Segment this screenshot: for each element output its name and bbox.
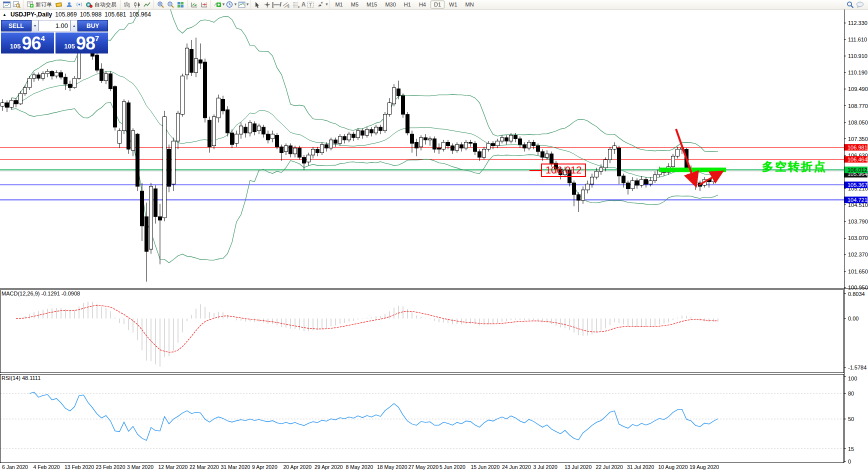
- new-chart-icon[interactable]: [2, 0, 11, 8]
- candlestick-icon[interactable]: [132, 0, 142, 8]
- timeframe-h4[interactable]: H4: [416, 0, 430, 8]
- fibonacci-icon[interactable]: F: [292, 0, 301, 8]
- callout-dash: [530, 170, 541, 171]
- periods-icon[interactable]: [225, 0, 234, 8]
- svg-text:105.367: 105.367: [848, 182, 868, 188]
- crosshair-icon[interactable]: [262, 0, 272, 8]
- macd-indicator-label: MACD(12,26,9) -0.1291 -0.0908: [2, 290, 80, 296]
- one-click-collapse-icon[interactable]: ▲: [2, 12, 6, 17]
- turning-point-label[interactable]: 多空转折点: [762, 159, 827, 174]
- price-callout-label[interactable]: 106.012: [541, 164, 586, 177]
- svg-text:F: F: [298, 6, 300, 8]
- autotrading-label[interactable]: 自动交易: [94, 1, 116, 8]
- svg-text:24 Jun 2020: 24 Jun 2020: [502, 464, 531, 470]
- svg-text:102.370: 102.370: [848, 252, 868, 258]
- new-order-label[interactable]: 新订单: [36, 1, 52, 8]
- volume-increase-button[interactable]: ▲: [70, 20, 78, 32]
- svg-text:31 Mar 2020: 31 Mar 2020: [221, 464, 250, 470]
- chat-icon[interactable]: [856, 0, 864, 8]
- main-toolbar: 新订单 自动交易 ▾ ▾ ▾ | — / E F A T ▾: [0, 0, 868, 10]
- timeframe-m5[interactable]: M5: [348, 0, 362, 8]
- timeframe-group: M1M5M15M30H1H4D1W1MN: [329, 0, 479, 9]
- volume-input[interactable]: [38, 20, 70, 32]
- buy-price-big: 98: [76, 34, 95, 53]
- rsi-indicator-label: RSI(14) 48.1111: [2, 375, 40, 381]
- sell-price-box[interactable]: 105 96 4: [1, 32, 54, 54]
- svg-text:103.790: 103.790: [848, 218, 868, 224]
- timeframe-w1[interactable]: W1: [446, 0, 461, 8]
- chart-shift-icon[interactable]: [200, 0, 208, 8]
- svg-text:9 Apr 2020: 9 Apr 2020: [252, 464, 278, 470]
- timeframe-mn[interactable]: MN: [462, 0, 478, 8]
- svg-text:-1.5784: -1.5784: [848, 364, 866, 370]
- svg-text:106.981: 106.981: [848, 144, 868, 150]
- buy-price-prefix: 105: [64, 42, 75, 50]
- turning-point-highlight[interactable]: [659, 168, 726, 172]
- timeframe-d1[interactable]: D1: [430, 0, 444, 8]
- svg-text:100.950: 100.950: [848, 284, 868, 290]
- indicators-dropdown-icon[interactable]: ▾: [222, 1, 224, 8]
- cursor-icon[interactable]: [252, 0, 262, 8]
- community-icon[interactable]: [64, 0, 74, 8]
- svg-text:106.012: 106.012: [848, 167, 868, 173]
- text-label-icon[interactable]: T: [306, 0, 315, 8]
- autotrading-icon[interactable]: [84, 0, 94, 8]
- periods-dropdown-icon[interactable]: ▾: [234, 1, 236, 8]
- svg-text:101.650: 101.650: [848, 268, 868, 274]
- svg-text:0: 0: [848, 458, 851, 464]
- svg-text:109.490: 109.490: [848, 86, 868, 92]
- trading-chart[interactable]: 112.330111.610110.910110.190109.490108.7…: [0, 0, 868, 471]
- svg-text:80: 80: [848, 390, 854, 396]
- volume-decrease-button[interactable]: ▼: [32, 20, 38, 32]
- bar-chart-icon[interactable]: [122, 0, 132, 8]
- svg-text:E: E: [288, 5, 290, 8]
- text-tool-icon[interactable]: A: [302, 1, 306, 8]
- arrows-tool-icon[interactable]: [316, 0, 325, 8]
- timeframe-m15[interactable]: M15: [363, 0, 380, 8]
- svg-text:110.910: 110.910: [848, 53, 868, 59]
- timeframe-h1[interactable]: H1: [400, 0, 414, 8]
- horizontal-line-icon[interactable]: —: [274, 1, 280, 8]
- svg-text:15 Jun 2020: 15 Jun 2020: [471, 464, 500, 470]
- search-icon[interactable]: [846, 0, 854, 8]
- indicators-icon[interactable]: [213, 0, 222, 8]
- sell-price-sup: 4: [40, 34, 44, 42]
- zoom-in-icon[interactable]: [156, 0, 165, 8]
- svg-text:27 May 2020: 27 May 2020: [408, 464, 439, 470]
- svg-text:50: 50: [848, 416, 854, 422]
- svg-text:15: 15: [848, 446, 854, 452]
- svg-text:18 May 2020: 18 May 2020: [377, 464, 408, 470]
- channel-icon[interactable]: E: [282, 0, 291, 8]
- svg-text:29 Apr 2020: 29 Apr 2020: [314, 464, 343, 470]
- metaeditor-icon[interactable]: [54, 0, 64, 8]
- svg-text:111.610: 111.610: [848, 36, 867, 42]
- new-order-icon[interactable]: [26, 0, 34, 8]
- trendline-icon[interactable]: /: [280, 1, 281, 8]
- arrows-dropdown-icon[interactable]: ▾: [326, 1, 328, 8]
- buy-button[interactable]: BUY: [78, 20, 108, 32]
- sell-button[interactable]: SELL: [1, 20, 32, 32]
- auto-scroll-icon[interactable]: [190, 0, 198, 8]
- svg-text:12 Mar 2020: 12 Mar 2020: [158, 464, 188, 470]
- svg-text:10 Aug 2020: 10 Aug 2020: [658, 464, 688, 470]
- svg-text:110.190: 110.190: [848, 70, 868, 76]
- signals-icon[interactable]: [74, 0, 84, 8]
- ohlc-close: 105.964: [129, 11, 150, 18]
- ohlc-open: 105.869: [55, 11, 76, 18]
- zoom-out-icon[interactable]: [166, 0, 175, 8]
- svg-text:22 Mar 2020: 22 Mar 2020: [190, 464, 219, 470]
- timeframe-m1[interactable]: M1: [332, 0, 346, 8]
- svg-text:8 May 2020: 8 May 2020: [346, 464, 374, 470]
- chart-title-row: ▲ USDJPY-,Daily 105.869 105.988 105.681 …: [2, 11, 151, 18]
- svg-text:3 Mar 2020: 3 Mar 2020: [127, 464, 154, 470]
- date-axis[interactable]: 6 Jan 20204 Feb 202013 Feb 202023 Feb 20…: [2, 464, 719, 470]
- line-chart-icon[interactable]: [142, 0, 152, 8]
- svg-text:104.721: 104.721: [848, 197, 868, 203]
- profiles-icon[interactable]: [12, 0, 21, 8]
- templates-icon[interactable]: [237, 0, 246, 8]
- templates-dropdown-icon[interactable]: ▾: [246, 1, 248, 8]
- svg-text:23 Feb 2020: 23 Feb 2020: [96, 464, 126, 470]
- timeframe-m30[interactable]: M30: [382, 0, 399, 8]
- tile-windows-icon[interactable]: [176, 0, 185, 8]
- buy-price-box[interactable]: 105 98 7: [56, 32, 108, 54]
